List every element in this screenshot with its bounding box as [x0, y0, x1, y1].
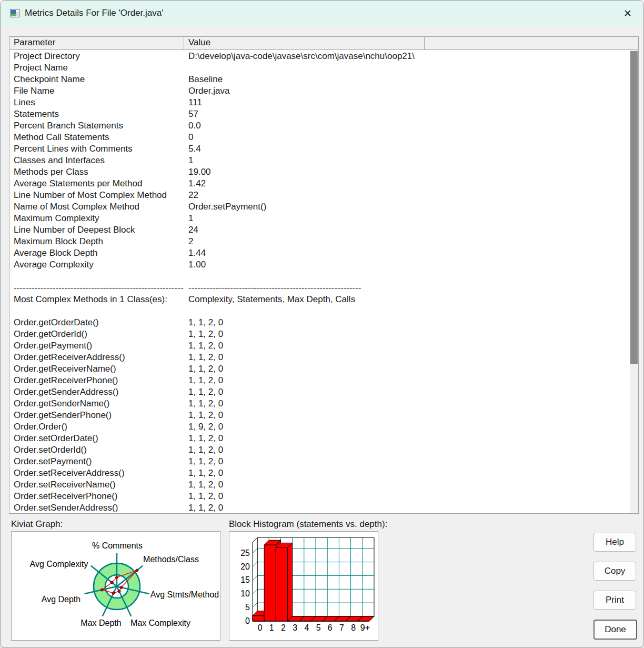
app-icon: [10, 9, 19, 17]
row-value: 19.00: [184, 166, 629, 178]
table-row[interactable]: Average Block Depth1.44: [9, 247, 629, 259]
row-value: 1, 1, 2, 0: [184, 375, 629, 386]
row-value: 1, 1, 2, 0: [184, 479, 629, 491]
row-value: [184, 271, 629, 282]
table-row[interactable]: Order.setSenderAddress()1, 1, 2, 0: [9, 502, 629, 513]
table-row[interactable]: Order.getOrderId()1, 1, 2, 0: [9, 328, 629, 340]
svg-text:0: 0: [245, 616, 250, 625]
row-value: 1.42: [184, 178, 629, 190]
table-row[interactable]: Name of Most Complex MethodOrder.setPaym…: [9, 201, 629, 213]
window-title: Metrics Details For File 'Order.java': [25, 8, 163, 18]
table-row[interactable]: Order.getPayment()1, 1, 2, 0: [9, 340, 629, 352]
svg-text:Max Depth: Max Depth: [80, 619, 121, 627]
column-header-value[interactable]: Value: [184, 37, 425, 49]
copy-button[interactable]: Copy: [593, 562, 636, 581]
row-parameter: Average Complexity: [9, 259, 184, 271]
row-parameter: Order.getOrderId(): [9, 328, 184, 340]
table-row[interactable]: Maximum Block Depth2: [9, 236, 629, 247]
column-header-parameter[interactable]: Parameter: [9, 37, 184, 49]
table-row[interactable]: Average Statements per Method1.42: [9, 178, 629, 190]
table-row[interactable]: Order.getSenderPhone()1, 1, 2, 0: [9, 410, 629, 421]
done-button[interactable]: Done: [593, 620, 637, 640]
print-button[interactable]: Print: [593, 591, 636, 610]
table-row[interactable]: ----------------------------------------…: [9, 282, 629, 294]
row-parameter: [9, 271, 184, 282]
table-row[interactable]: Checkpoint NameBaseline: [9, 74, 629, 85]
table-row[interactable]: Lines111: [9, 97, 629, 108]
svg-text:9+: 9+: [360, 623, 370, 632]
row-parameter: Order.getSenderName(): [9, 398, 184, 410]
table-row[interactable]: Order.getReceiverName()1, 1, 2, 0: [9, 363, 629, 375]
kiviat-graph: % CommentsMethods/ClassAvg Stmts/MethodM…: [11, 531, 220, 641]
table-row[interactable]: Order.getOrderDate()1, 1, 2, 0: [9, 317, 629, 328]
row-parameter: Lines: [9, 97, 184, 108]
table-row[interactable]: Order.getSenderName()1, 1, 2, 0: [9, 398, 629, 410]
row-value: Complexity, Statements, Max Depth, Calls: [184, 294, 629, 305]
row-parameter: Order.setReceiverPhone(): [9, 491, 184, 502]
row-parameter: Classes and Interfaces: [9, 155, 184, 166]
row-value: 1, 1, 2, 0: [184, 444, 629, 456]
table-row[interactable]: Order.Order()1, 9, 2, 0: [9, 421, 629, 433]
table-row[interactable]: Order.setReceiverPhone()1, 1, 2, 0: [9, 491, 629, 502]
row-parameter: Percent Branch Statements: [9, 120, 184, 132]
table-row[interactable]: Average Complexity1.00: [9, 259, 629, 271]
table-row[interactable]: Order.getReceiverAddress()1, 1, 2, 0: [9, 352, 629, 363]
row-value: Baseline: [184, 74, 629, 85]
row-parameter: Method Call Statements: [9, 132, 184, 143]
table-row[interactable]: Line Number of Deepest Block24: [9, 224, 629, 236]
row-value: 0: [184, 132, 629, 143]
table-row[interactable]: Order.setOrderDate()1, 1, 2, 0: [9, 433, 629, 444]
table-row[interactable]: Percent Lines with Comments5.4: [9, 143, 629, 155]
table-row[interactable]: Most Complex Methods in 1 Class(es):Comp…: [9, 294, 629, 305]
table-row[interactable]: Order.getSenderAddress()1, 1, 2, 0: [9, 386, 629, 398]
row-parameter: Order.setPayment(): [9, 456, 184, 467]
table-row[interactable]: [9, 271, 629, 282]
table-row[interactable]: File NameOrder.java: [9, 85, 629, 97]
table-row[interactable]: Classes and Interfaces1: [9, 155, 629, 166]
svg-text:Max Complexity: Max Complexity: [130, 619, 190, 627]
table-row[interactable]: Method Call Statements0: [9, 132, 629, 143]
row-value: 1, 1, 2, 0: [184, 433, 629, 444]
row-value: 1, 1, 2, 0: [184, 352, 629, 363]
help-button[interactable]: Help: [593, 533, 636, 552]
svg-text:5: 5: [245, 603, 250, 612]
row-value: 1, 1, 2, 0: [184, 386, 629, 398]
vertical-scrollbar[interactable]: [630, 50, 638, 513]
svg-text:20: 20: [240, 562, 250, 571]
scrollbar-thumb[interactable]: [630, 51, 638, 364]
row-value: Order.java: [184, 85, 629, 97]
table-row[interactable]: Methods per Class19.00: [9, 166, 629, 178]
svg-text:Avg Depth: Avg Depth: [42, 595, 80, 604]
table-row[interactable]: Percent Branch Statements0.0: [9, 120, 629, 132]
table-row[interactable]: Project Name: [9, 62, 629, 74]
row-value: 0.0: [184, 120, 629, 132]
table-row[interactable]: Order.setReceiverAddress()1, 1, 2, 0: [9, 467, 629, 479]
row-parameter: File Name: [9, 85, 184, 97]
row-value: D:\develop\java-code\javase\src\com\java…: [184, 51, 629, 62]
table-row[interactable]: Order.setReceiverName()1, 1, 2, 0: [9, 479, 629, 491]
table-row[interactable]: Maximum Complexity1: [9, 213, 629, 224]
table-row[interactable]: Order.getReceiverPhone()1, 1, 2, 0: [9, 375, 629, 386]
row-value: ----------------------------------------…: [184, 282, 629, 294]
table-row[interactable]: Project DirectoryD:\develop\java-code\ja…: [9, 51, 629, 62]
row-parameter: Name of Most Complex Method: [9, 201, 184, 213]
table-row[interactable]: Order.setPayment()1, 1, 2, 0: [9, 456, 629, 467]
table-row[interactable]: Statements57: [9, 108, 629, 120]
row-parameter: Order.getReceiverPhone(): [9, 375, 184, 386]
table-row[interactable]: Order.setOrderId()1, 1, 2, 0: [9, 444, 629, 456]
table-header: Parameter Value: [9, 37, 638, 50]
kiviat-svg: % CommentsMethods/ClassAvg Stmts/MethodM…: [12, 532, 220, 640]
close-button[interactable]: ✕: [618, 4, 637, 22]
row-value: 24: [184, 224, 629, 236]
row-parameter: ----------------------------------------…: [9, 282, 184, 294]
svg-text:5: 5: [316, 623, 321, 632]
row-parameter: Order.Order(): [9, 421, 184, 433]
column-header-blank[interactable]: [425, 37, 638, 49]
block-histogram-label: Block Histogram (statements vs. depth):: [229, 519, 387, 530]
svg-text:15: 15: [240, 575, 250, 584]
table-row[interactable]: [9, 305, 629, 317]
row-value: 1: [184, 213, 629, 224]
svg-text:Avg Complexity: Avg Complexity: [30, 560, 88, 569]
block-histogram: 05101520250123456789+: [229, 531, 378, 641]
table-row[interactable]: Line Number of Most Complex Method22: [9, 190, 629, 201]
